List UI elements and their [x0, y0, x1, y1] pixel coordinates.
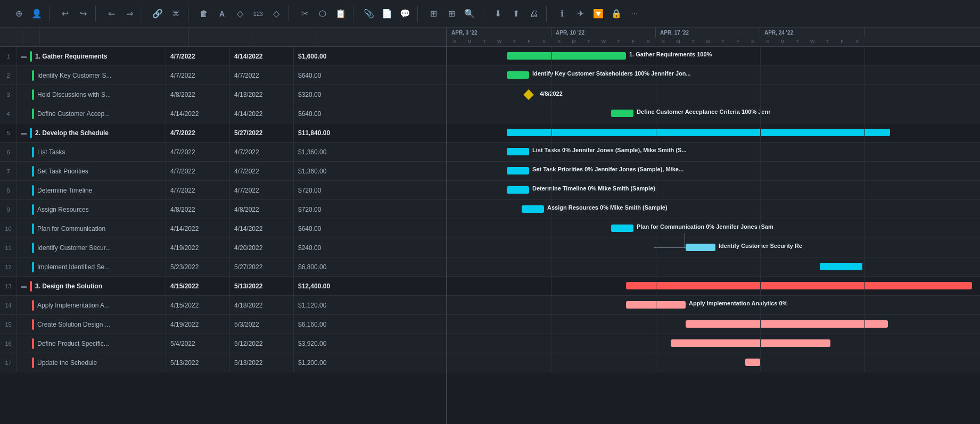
table-row[interactable]: 7 Set Task Priorities 4/7/2022 4/7/2022 … — [0, 162, 446, 181]
table-row[interactable]: 10 Plan for Communication 4/14/2022 4/14… — [0, 219, 446, 238]
gantt-bar[interactable]: Set Task Priorities 0% Jennifer Jones (S… — [507, 167, 529, 174]
grid-button[interactable]: ⊞ — [425, 6, 441, 22]
print-button[interactable]: 🖨 — [526, 6, 542, 22]
col-start-header[interactable] — [188, 28, 252, 46]
search-button[interactable]: 🔍 — [462, 6, 477, 22]
gantt-bar[interactable] — [745, 359, 760, 366]
more-button[interactable]: ··· — [627, 6, 643, 22]
gantt-milestone[interactable] — [523, 89, 534, 100]
dependency-button[interactable]: ⌘ — [168, 6, 184, 22]
undo-button[interactable]: ↩ — [57, 6, 73, 22]
shape-button[interactable]: ◇ — [232, 6, 248, 22]
cell-task[interactable]: Create Solution Design ... — [17, 315, 166, 334]
table-row[interactable]: 3 Hold Discussions with S... 4/8/2022 4/… — [0, 85, 446, 104]
gantt-week-label: APR, 17 '22 — [656, 28, 760, 37]
table-row[interactable]: 9 Assign Resources 4/8/2022 4/8/2022 $72… — [0, 200, 446, 219]
table-row[interactable]: 2 Identify Key Customer S... 4/7/2022 4/… — [0, 66, 446, 85]
gantt-bar-label: Plan for Communication 0% Jennifer Jones… — [637, 223, 773, 230]
link-button[interactable]: 🔗 — [150, 6, 166, 22]
cell-task[interactable]: Hold Discussions with S... — [17, 85, 166, 104]
task-color-bar — [30, 51, 32, 62]
add-button[interactable]: ⊕ — [11, 6, 27, 22]
gantt-day-label: M — [566, 37, 581, 46]
table-row[interactable]: 6 List Tasks 4/7/2022 4/7/2022 $1,360.00 — [0, 143, 446, 162]
outdent-button[interactable]: ⇐ — [103, 6, 119, 22]
gantt-col-divider — [864, 238, 865, 257]
indent-button[interactable]: ⇒ — [121, 6, 137, 22]
gantt-bar[interactable]: Define Customer Acceptance Criteria 100%… — [611, 110, 633, 117]
col-taskname-header[interactable] — [39, 28, 188, 46]
delete-button[interactable]: 🗑 — [196, 6, 212, 22]
table-row[interactable]: 8 Determine Timeline 4/7/2022 4/7/2022 $… — [0, 181, 446, 200]
gantt-bar[interactable] — [671, 339, 830, 347]
row-number: 2 — [0, 66, 17, 85]
collapse-icon[interactable]: ▬ — [21, 130, 27, 136]
table-row[interactable]: 15 Create Solution Design ... 4/19/2022 … — [0, 315, 446, 334]
gantt-bar[interactable]: Plan for Communication 0% Jennifer Jones… — [611, 225, 633, 232]
gantt-bar[interactable] — [626, 282, 972, 289]
gantt-col-divider — [551, 353, 552, 372]
table-row[interactable]: 12 Implement Identified Se... 5/23/2022 … — [0, 257, 446, 277]
table-row[interactable]: 4 Define Customer Accep... 4/14/2022 4/1… — [0, 104, 446, 123]
cell-task[interactable]: Set Task Priorities — [17, 162, 166, 180]
gantt-bar[interactable] — [820, 263, 862, 270]
gantt-bar[interactable]: Identify Customer Security Re — [686, 244, 715, 251]
paste-button[interactable]: 📋 — [333, 6, 349, 22]
cell-finish: 5/13/2022 — [230, 353, 294, 372]
cell-task[interactable]: ▬ 1. Gather Requirements — [17, 47, 166, 65]
copy-button[interactable]: ⬡ — [315, 6, 331, 22]
table-row[interactable]: 17 Update the Schedule 5/13/2022 5/13/20… — [0, 353, 446, 372]
gantt-bar[interactable] — [686, 320, 888, 328]
gantt-day-label: T — [715, 37, 730, 46]
diamond-button[interactable]: ◇ — [268, 6, 284, 22]
cell-task[interactable]: Identify Key Customer S... — [17, 66, 166, 85]
table-row[interactable]: 11 Identify Customer Secur... 4/19/2022 … — [0, 238, 446, 257]
gantt-bar[interactable] — [507, 129, 890, 136]
cell-task[interactable]: ▬ 3. Design the Solution — [17, 277, 166, 295]
note-button[interactable]: 📄 — [379, 6, 395, 22]
gantt-bar[interactable]: Apply Implementation Analytics 0% — [626, 301, 686, 309]
table-button[interactable]: ⊞ — [443, 6, 459, 22]
gantt-bar[interactable]: Assign Resources 0% Mike Smith (Sample) — [522, 205, 544, 213]
cell-task[interactable]: Apply Implementation A... — [17, 296, 166, 314]
lock-button[interactable]: 🔒 — [608, 6, 624, 22]
gantt-bar[interactable]: List Tasks 0% Jennifer Jones (Sample), M… — [507, 148, 529, 155]
collapse-icon[interactable]: ▬ — [21, 283, 27, 289]
info-button[interactable]: ℹ — [554, 6, 570, 22]
cut-button[interactable]: ✂ — [297, 6, 312, 22]
cell-task[interactable]: Update the Schedule — [17, 353, 166, 372]
table-row[interactable]: 13 ▬ 3. Design the Solution 4/15/2022 5/… — [0, 277, 446, 296]
cell-task[interactable]: Determine Timeline — [17, 181, 166, 199]
cell-task[interactable]: Implement Identified Se... — [17, 257, 166, 276]
send-button[interactable]: ✈ — [572, 6, 588, 22]
cell-task[interactable]: Define Product Specific... — [17, 334, 166, 353]
collapse-icon[interactable]: ▬ — [21, 53, 27, 59]
gantt-bar[interactable]: Identify Key Customer Stakeholders 100% … — [507, 71, 529, 79]
table-row[interactable]: 5 ▬ 2. Develop the Schedule 4/7/2022 5/2… — [0, 123, 446, 143]
comment-button[interactable]: 💬 — [397, 6, 413, 22]
user-button[interactable]: 👤 — [29, 6, 45, 22]
gantt-bar[interactable]: 1. Gather Requirements 100% — [507, 52, 626, 60]
table-row[interactable]: 1 ▬ 1. Gather Requirements 4/7/2022 4/14… — [0, 47, 446, 66]
text-button[interactable]: A — [214, 6, 230, 22]
number-button[interactable]: 123 — [250, 6, 266, 22]
col-all-header[interactable] — [0, 28, 22, 46]
share-button[interactable]: ⬆ — [508, 6, 524, 22]
cell-task[interactable]: Identify Customer Secur... — [17, 238, 166, 257]
filter-button[interactable]: 🔽 — [590, 6, 606, 22]
attach-button[interactable]: 📎 — [361, 6, 377, 22]
table-row[interactable]: 16 Define Product Specific... 5/4/2022 5… — [0, 334, 446, 353]
cell-task[interactable]: Define Customer Accep... — [17, 104, 166, 123]
gantt-row — [447, 277, 980, 296]
redo-button[interactable]: ↪ — [75, 6, 91, 22]
cell-task[interactable]: Plan for Communication — [17, 219, 166, 238]
col-finish-header[interactable] — [252, 28, 316, 46]
cell-task[interactable]: List Tasks — [17, 143, 166, 161]
download-button[interactable]: ⬇ — [490, 6, 506, 22]
col-resource-header[interactable] — [316, 28, 385, 46]
table-row[interactable]: 14 Apply Implementation A... 4/15/2022 4… — [0, 296, 446, 315]
cell-task[interactable]: ▬ 2. Develop the Schedule — [17, 123, 166, 142]
gantt-bar[interactable]: Determine Timeline 0% Mike Smith (Sample… — [507, 186, 529, 194]
gantt-day-label: W — [805, 37, 820, 46]
cell-task[interactable]: Assign Resources — [17, 200, 166, 219]
